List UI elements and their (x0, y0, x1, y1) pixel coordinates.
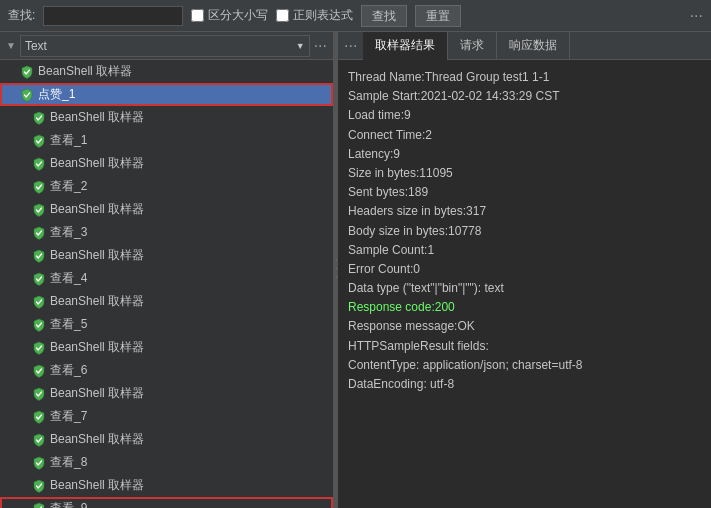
shield-icon (32, 180, 46, 194)
tree-item-label: 查看_1 (50, 132, 87, 149)
topbar-dots[interactable]: ··· (690, 7, 703, 25)
result-line: Thread Name:Thread Group test1 1-1 (348, 68, 701, 87)
case-sensitive-label: 区分大小写 (208, 7, 268, 24)
shield-icon (32, 410, 46, 424)
tree-item-label: BeanShell 取样器 (50, 201, 144, 218)
shield-icon (32, 318, 46, 332)
result-line: Response message:OK (348, 317, 701, 336)
regex-label: 正则表达式 (293, 7, 353, 24)
tree-item-label: BeanShell 取样器 (50, 293, 144, 310)
tree-item[interactable]: BeanShell 取样器 (0, 198, 333, 221)
shield-icon (32, 341, 46, 355)
shield-icon (32, 203, 46, 217)
regex-checkbox[interactable] (276, 9, 289, 22)
result-line: Connect Time:2 (348, 126, 701, 145)
tree-item-label: 查看_5 (50, 316, 87, 333)
tree-item[interactable]: BeanShell 取样器 (0, 152, 333, 175)
result-line: Size in bytes:11095 (348, 164, 701, 183)
shield-icon (32, 502, 46, 509)
tab-request[interactable]: 请求 (448, 32, 497, 60)
tree-item-label: BeanShell 取样器 (50, 247, 144, 264)
result-line: ContentType: application/json; charset=u… (348, 356, 701, 375)
tree-item[interactable]: BeanShell 取样器 (0, 428, 333, 451)
tree-item-label: BeanShell 取样器 (50, 339, 144, 356)
result-line: HTTPSampleResult fields: (348, 337, 701, 356)
tab-response-data[interactable]: 响应数据 (497, 32, 570, 60)
result-line: Sample Start:2021-02-02 14:33:29 CST (348, 87, 701, 106)
shield-icon (32, 249, 46, 263)
tree-item-label: 查看_6 (50, 362, 87, 379)
tree-item-label: BeanShell 取样器 (38, 63, 132, 80)
shield-icon (20, 65, 34, 79)
result-line: Data type ("text"|"bin"|""): text (348, 279, 701, 298)
result-line: Sample Count:1 (348, 241, 701, 260)
tree-item-label: BeanShell 取样器 (50, 155, 144, 172)
tree-item-label: BeanShell 取样器 (50, 385, 144, 402)
left-panel: ▼ Text ▼ ··· BeanShell 取样器 点赞_1 BeanShel… (0, 32, 334, 508)
shield-icon (32, 479, 46, 493)
tree-item-label: BeanShell 取样器 (50, 477, 144, 494)
case-sensitive-checkbox[interactable] (191, 9, 204, 22)
result-line: Error Count:0 (348, 260, 701, 279)
shield-icon (32, 295, 46, 309)
right-content: Thread Name:Thread Group test1 1-1Sample… (338, 60, 711, 508)
tab-sampler-result[interactable]: 取样器结果 (363, 32, 448, 60)
search-bar: 查找: 区分大小写 正则表达式 查找 重置 ··· (0, 0, 711, 32)
tree-item[interactable]: BeanShell 取样器 (0, 382, 333, 405)
tree-item-label: 查看_4 (50, 270, 87, 287)
case-sensitive-group: 区分大小写 (191, 7, 268, 24)
tree-item[interactable]: 查看_1 (0, 129, 333, 152)
shield-icon (32, 226, 46, 240)
tree-item[interactable]: 点赞_1 (0, 83, 333, 106)
shield-icon (32, 433, 46, 447)
search-label: 查找: (8, 7, 35, 24)
search-input[interactable] (43, 6, 183, 26)
tree-item[interactable]: BeanShell 取样器 (0, 106, 333, 129)
tree-item-label: 查看_7 (50, 408, 87, 425)
tree-item[interactable]: 查看_6 (0, 359, 333, 382)
panel-dropdown[interactable]: Text ▼ (20, 35, 310, 57)
tree-item-label: BeanShell 取样器 (50, 109, 144, 126)
tree-item[interactable]: 查看_8 (0, 451, 333, 474)
shield-icon (32, 456, 46, 470)
tree-item[interactable]: BeanShell 取样器 (0, 290, 333, 313)
tree-item[interactable]: 查看_7 (0, 405, 333, 428)
shield-icon (32, 387, 46, 401)
tree-item[interactable]: 查看_5 (0, 313, 333, 336)
shield-icon (32, 134, 46, 148)
result-line: Response code:200 (348, 298, 701, 317)
tree-item-label: 查看_8 (50, 454, 87, 471)
dropdown-arrow: ▼ (296, 41, 305, 51)
tree-item[interactable]: BeanShell 取样器 (0, 244, 333, 267)
expand-arrow[interactable]: ▼ (6, 40, 16, 51)
right-panel-tabs: ··· 取样器结果 请求 响应数据 (338, 32, 711, 60)
right-panel: ··· 取样器结果 请求 响应数据 Thread Name:Thread Gro… (338, 32, 711, 508)
shield-icon (32, 364, 46, 378)
tree-item-label: 查看_3 (50, 224, 87, 241)
tree-item[interactable]: 查看_4 (0, 267, 333, 290)
left-panel-header: ▼ Text ▼ ··· (0, 32, 333, 60)
tree-item[interactable]: 查看_2 (0, 175, 333, 198)
main-area: ▼ Text ▼ ··· BeanShell 取样器 点赞_1 BeanShel… (0, 32, 711, 508)
result-line: DataEncoding: utf-8 (348, 375, 701, 394)
right-panel-dots[interactable]: ··· (338, 37, 363, 55)
regex-group: 正则表达式 (276, 7, 353, 24)
tree-item[interactable]: BeanShell 取样器 (0, 474, 333, 497)
tree-item-label: 点赞_1 (38, 86, 75, 103)
result-line: Headers size in bytes:317 (348, 202, 701, 221)
tree-item[interactable]: BeanShell 取样器 (0, 60, 333, 83)
tree-item-label: 查看_9 (50, 500, 87, 508)
find-button[interactable]: 查找 (361, 5, 407, 27)
tree-item[interactable]: 查看_3 (0, 221, 333, 244)
tree-item-label: 查看_2 (50, 178, 87, 195)
tree-item[interactable]: BeanShell 取样器 (0, 336, 333, 359)
shield-icon (32, 272, 46, 286)
tree-item[interactable]: 查看_9 (0, 497, 333, 508)
result-line: Latency:9 (348, 145, 701, 164)
reset-button[interactable]: 重置 (415, 5, 461, 27)
tree-item-label: BeanShell 取样器 (50, 431, 144, 448)
shield-icon (32, 111, 46, 125)
dropdown-label: Text (25, 39, 47, 53)
shield-icon (32, 157, 46, 171)
left-panel-dots[interactable]: ··· (314, 37, 327, 55)
